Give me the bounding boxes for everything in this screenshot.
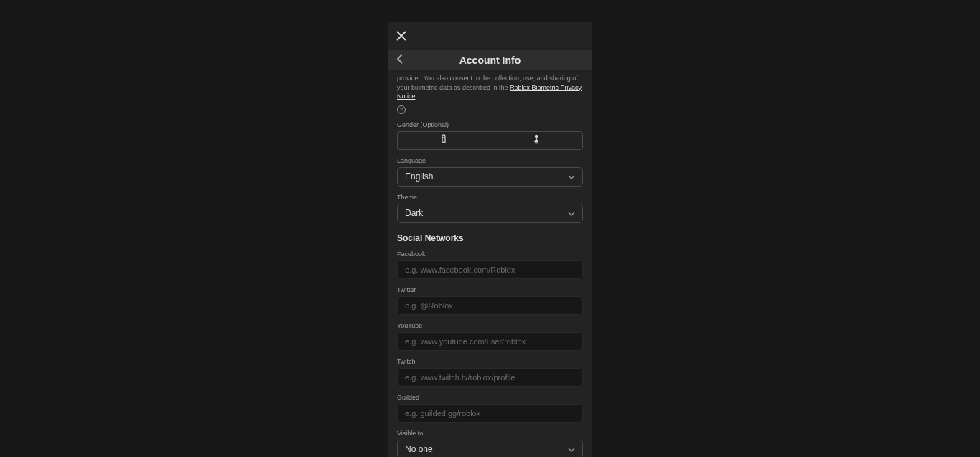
svg-rect-3 (537, 142, 538, 144)
visible-to-label: Visible to (397, 430, 583, 437)
chevron-down-icon (568, 446, 575, 453)
header: Account Info (388, 50, 592, 70)
theme-value: Dark (405, 208, 423, 218)
language-select[interactable]: English (397, 167, 583, 187)
female-icon (533, 134, 540, 146)
twitter-label: Twitter (397, 286, 583, 293)
close-bar (388, 22, 592, 50)
twitch-input[interactable] (397, 368, 583, 387)
back-icon[interactable] (396, 54, 403, 67)
guilded-label: Guilded (397, 394, 583, 401)
male-icon (440, 134, 447, 146)
close-icon[interactable] (396, 29, 406, 43)
gender-female-button[interactable] (490, 131, 583, 150)
svg-point-1 (535, 135, 538, 138)
youtube-input[interactable] (397, 332, 583, 351)
chevron-down-icon (568, 209, 575, 217)
page-title: Account Info (396, 55, 584, 66)
twitch-label: Twitch (397, 358, 583, 365)
visible-to-select[interactable]: No one (397, 440, 583, 457)
theme-select[interactable]: Dark (397, 204, 583, 223)
account-info-modal: Account Info provider. You also consent … (388, 22, 592, 457)
chevron-down-icon (568, 173, 575, 181)
twitter-input[interactable] (397, 296, 583, 315)
help-icon[interactable]: ? (397, 105, 406, 114)
gender-label: Gender (Optional) (397, 121, 583, 128)
svg-rect-2 (536, 142, 536, 144)
svg-point-0 (442, 135, 445, 138)
theme-label: Theme (397, 194, 583, 201)
guilded-input[interactable] (397, 404, 583, 423)
facebook-label: Facebook (397, 250, 583, 258)
content: provider. You also consent to the collec… (388, 74, 592, 457)
consent-text: provider. You also consent to the collec… (397, 74, 583, 101)
language-value: English (405, 171, 433, 182)
language-label: Language (397, 157, 583, 164)
gender-male-button[interactable] (397, 131, 490, 150)
visible-to-value: No one (405, 444, 433, 454)
youtube-label: YouTube (397, 322, 583, 329)
facebook-input[interactable] (397, 260, 583, 279)
consent-period: . (416, 93, 418, 100)
gender-selector (397, 131, 583, 150)
social-networks-title: Social Networks (397, 233, 583, 243)
